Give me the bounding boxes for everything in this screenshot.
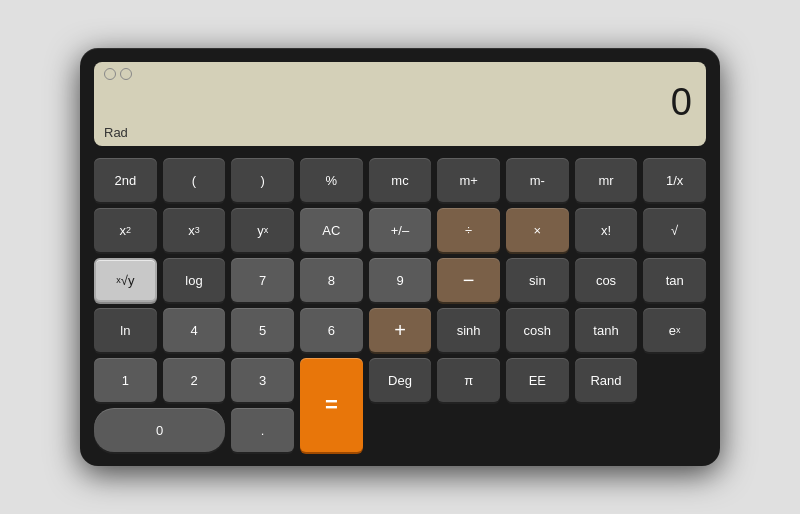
btn-xrooty[interactable]: x√y [94,258,157,302]
display-value: 0 [104,82,696,124]
btn-equals-tall[interactable]: = [300,358,363,452]
btn-7[interactable]: 7 [231,258,294,302]
btn-multiply[interactable]: × [506,208,569,252]
btn-ln[interactable]: ln [94,308,157,352]
btn-ee[interactable]: EE [506,358,569,402]
btn-mminus[interactable]: m- [506,158,569,202]
btn-tanh[interactable]: tanh [575,308,638,352]
btn-6[interactable]: 6 [300,308,363,352]
btn-mr[interactable]: mr [575,158,638,202]
btn-2[interactable]: 2 [163,358,226,402]
btn-mc[interactable]: mc [369,158,432,202]
btn-3[interactable]: 3 [231,358,294,402]
btn-pi[interactable]: π [437,358,500,402]
btn-cos[interactable]: cos [575,258,638,302]
btn-1overx[interactable]: 1/x [643,158,706,202]
display-area: 0 Rad [94,62,706,147]
btn-mplus[interactable]: m+ [437,158,500,202]
btn-2nd[interactable]: 2nd [94,158,157,202]
btn-rand[interactable]: Rand [575,358,638,402]
btn-9[interactable]: 9 [369,258,432,302]
btn-minus[interactable]: − [437,258,500,302]
btn-8[interactable]: 8 [300,258,363,302]
btn-1[interactable]: 1 [94,358,157,402]
btn-close-paren[interactable]: ) [231,158,294,202]
btn-decimal[interactable]: . [231,408,294,452]
buttons-grid: 2nd ( ) % mc m+ m- mr 1/x x2 x3 yx AC +/… [94,158,706,452]
btn-5[interactable]: 5 [231,308,294,352]
btn-log[interactable]: log [163,258,226,302]
display-mode: Rad [104,123,696,142]
btn-cosh[interactable]: cosh [506,308,569,352]
calculator: 0 Rad 2nd ( ) % mc m+ m- mr 1/x x2 x3 yx… [80,48,720,467]
btn-plusminus[interactable]: +/– [369,208,432,252]
btn-percent[interactable]: % [300,158,363,202]
btn-plus[interactable]: + [369,308,432,352]
btn-sinh[interactable]: sinh [437,308,500,352]
display-controls [104,68,696,80]
btn-tan[interactable]: tan [643,258,706,302]
btn-sqrt[interactable]: √ [643,208,706,252]
btn-deg[interactable]: Deg [369,358,432,402]
display-dot-2 [120,68,132,80]
btn-x2[interactable]: x2 [94,208,157,252]
btn-open-paren[interactable]: ( [163,158,226,202]
btn-0[interactable]: 0 [94,408,225,452]
btn-x3[interactable]: x3 [163,208,226,252]
display-dot-1 [104,68,116,80]
btn-divide[interactable]: ÷ [437,208,500,252]
btn-4[interactable]: 4 [163,308,226,352]
btn-sin[interactable]: sin [506,258,569,302]
btn-factorial[interactable]: x! [575,208,638,252]
btn-ex[interactable]: ex [643,308,706,352]
btn-yx[interactable]: yx [231,208,294,252]
btn-ac[interactable]: AC [300,208,363,252]
